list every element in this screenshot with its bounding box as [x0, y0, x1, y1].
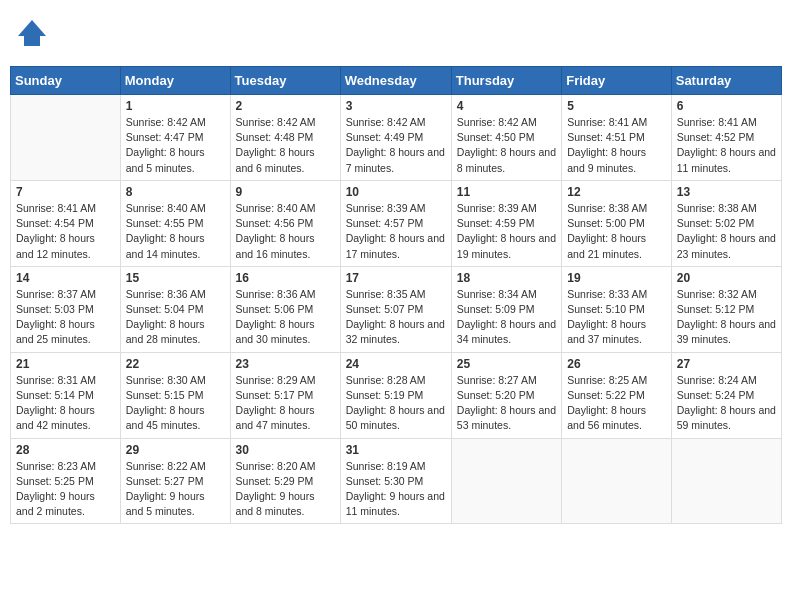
sunrise-text: Sunrise: 8:42 AM — [126, 116, 206, 128]
calendar-week-row: 1 Sunrise: 8:42 AM Sunset: 4:47 PM Dayli… — [11, 95, 782, 181]
sunrise-text: Sunrise: 8:36 AM — [236, 288, 316, 300]
day-of-week-header: Thursday — [451, 67, 561, 95]
sunrise-text: Sunrise: 8:41 AM — [677, 116, 757, 128]
day-number: 5 — [567, 99, 666, 113]
calendar-day-cell: 17 Sunrise: 8:35 AM Sunset: 5:07 PM Dayl… — [340, 266, 451, 352]
calendar-day-cell: 19 Sunrise: 8:33 AM Sunset: 5:10 PM Dayl… — [562, 266, 672, 352]
day-number: 25 — [457, 357, 556, 371]
daylight-text: Daylight: 8 hours and 17 minutes. — [346, 232, 445, 259]
sunset-text: Sunset: 4:56 PM — [236, 217, 314, 229]
day-info: Sunrise: 8:29 AM Sunset: 5:17 PM Dayligh… — [236, 373, 335, 434]
day-info: Sunrise: 8:36 AM Sunset: 5:04 PM Dayligh… — [126, 287, 225, 348]
sunrise-text: Sunrise: 8:38 AM — [567, 202, 647, 214]
day-info: Sunrise: 8:35 AM Sunset: 5:07 PM Dayligh… — [346, 287, 446, 348]
sunrise-text: Sunrise: 8:42 AM — [346, 116, 426, 128]
calendar-header-row: SundayMondayTuesdayWednesdayThursdayFrid… — [11, 67, 782, 95]
day-info: Sunrise: 8:42 AM Sunset: 4:50 PM Dayligh… — [457, 115, 556, 176]
calendar-day-cell: 2 Sunrise: 8:42 AM Sunset: 4:48 PM Dayli… — [230, 95, 340, 181]
day-info: Sunrise: 8:30 AM Sunset: 5:15 PM Dayligh… — [126, 373, 225, 434]
day-number: 14 — [16, 271, 115, 285]
sunset-text: Sunset: 5:04 PM — [126, 303, 204, 315]
calendar-day-cell: 28 Sunrise: 8:23 AM Sunset: 5:25 PM Dayl… — [11, 438, 121, 524]
day-number: 11 — [457, 185, 556, 199]
sunrise-text: Sunrise: 8:39 AM — [346, 202, 426, 214]
calendar-day-cell: 11 Sunrise: 8:39 AM Sunset: 4:59 PM Dayl… — [451, 180, 561, 266]
day-number: 19 — [567, 271, 666, 285]
day-info: Sunrise: 8:36 AM Sunset: 5:06 PM Dayligh… — [236, 287, 335, 348]
daylight-text: Daylight: 8 hours and 19 minutes. — [457, 232, 556, 259]
sunrise-text: Sunrise: 8:40 AM — [126, 202, 206, 214]
daylight-text: Daylight: 8 hours and 42 minutes. — [16, 404, 95, 431]
sunset-text: Sunset: 5:20 PM — [457, 389, 535, 401]
day-of-week-header: Saturday — [671, 67, 781, 95]
daylight-text: Daylight: 8 hours and 25 minutes. — [16, 318, 95, 345]
day-of-week-header: Sunday — [11, 67, 121, 95]
calendar-day-cell: 6 Sunrise: 8:41 AM Sunset: 4:52 PM Dayli… — [671, 95, 781, 181]
day-info: Sunrise: 8:42 AM Sunset: 4:47 PM Dayligh… — [126, 115, 225, 176]
day-info: Sunrise: 8:22 AM Sunset: 5:27 PM Dayligh… — [126, 459, 225, 520]
sunset-text: Sunset: 4:48 PM — [236, 131, 314, 143]
sunset-text: Sunset: 4:51 PM — [567, 131, 645, 143]
daylight-text: Daylight: 9 hours and 5 minutes. — [126, 490, 205, 517]
sunset-text: Sunset: 5:19 PM — [346, 389, 424, 401]
day-info: Sunrise: 8:42 AM Sunset: 4:48 PM Dayligh… — [236, 115, 335, 176]
logo — [14, 16, 54, 52]
calendar-day-cell: 14 Sunrise: 8:37 AM Sunset: 5:03 PM Dayl… — [11, 266, 121, 352]
day-number: 8 — [126, 185, 225, 199]
day-number: 17 — [346, 271, 446, 285]
day-info: Sunrise: 8:31 AM Sunset: 5:14 PM Dayligh… — [16, 373, 115, 434]
day-number: 13 — [677, 185, 776, 199]
calendar-day-cell — [11, 95, 121, 181]
sunrise-text: Sunrise: 8:36 AM — [126, 288, 206, 300]
day-number: 22 — [126, 357, 225, 371]
day-number: 23 — [236, 357, 335, 371]
daylight-text: Daylight: 8 hours and 12 minutes. — [16, 232, 95, 259]
calendar-day-cell — [671, 438, 781, 524]
sunset-text: Sunset: 5:24 PM — [677, 389, 755, 401]
calendar-day-cell: 3 Sunrise: 8:42 AM Sunset: 4:49 PM Dayli… — [340, 95, 451, 181]
daylight-text: Daylight: 8 hours and 53 minutes. — [457, 404, 556, 431]
day-number: 20 — [677, 271, 776, 285]
svg-marker-0 — [18, 20, 46, 36]
day-info: Sunrise: 8:38 AM Sunset: 5:00 PM Dayligh… — [567, 201, 666, 262]
sunset-text: Sunset: 5:09 PM — [457, 303, 535, 315]
calendar-day-cell: 26 Sunrise: 8:25 AM Sunset: 5:22 PM Dayl… — [562, 352, 672, 438]
calendar-week-row: 14 Sunrise: 8:37 AM Sunset: 5:03 PM Dayl… — [11, 266, 782, 352]
calendar-day-cell: 18 Sunrise: 8:34 AM Sunset: 5:09 PM Dayl… — [451, 266, 561, 352]
sunset-text: Sunset: 5:29 PM — [236, 475, 314, 487]
sunrise-text: Sunrise: 8:25 AM — [567, 374, 647, 386]
sunrise-text: Sunrise: 8:42 AM — [236, 116, 316, 128]
sunset-text: Sunset: 5:22 PM — [567, 389, 645, 401]
calendar-day-cell: 12 Sunrise: 8:38 AM Sunset: 5:00 PM Dayl… — [562, 180, 672, 266]
daylight-text: Daylight: 8 hours and 59 minutes. — [677, 404, 776, 431]
calendar-day-cell: 20 Sunrise: 8:32 AM Sunset: 5:12 PM Dayl… — [671, 266, 781, 352]
day-number: 18 — [457, 271, 556, 285]
day-of-week-header: Friday — [562, 67, 672, 95]
sunrise-text: Sunrise: 8:37 AM — [16, 288, 96, 300]
calendar-day-cell: 25 Sunrise: 8:27 AM Sunset: 5:20 PM Dayl… — [451, 352, 561, 438]
day-number: 6 — [677, 99, 776, 113]
calendar-day-cell: 10 Sunrise: 8:39 AM Sunset: 4:57 PM Dayl… — [340, 180, 451, 266]
daylight-text: Daylight: 8 hours and 9 minutes. — [567, 146, 646, 173]
sunrise-text: Sunrise: 8:41 AM — [567, 116, 647, 128]
day-info: Sunrise: 8:39 AM Sunset: 4:59 PM Dayligh… — [457, 201, 556, 262]
sunrise-text: Sunrise: 8:29 AM — [236, 374, 316, 386]
day-number: 28 — [16, 443, 115, 457]
sunset-text: Sunset: 5:25 PM — [16, 475, 94, 487]
day-number: 29 — [126, 443, 225, 457]
sunrise-text: Sunrise: 8:20 AM — [236, 460, 316, 472]
day-info: Sunrise: 8:41 AM Sunset: 4:51 PM Dayligh… — [567, 115, 666, 176]
calendar-day-cell: 21 Sunrise: 8:31 AM Sunset: 5:14 PM Dayl… — [11, 352, 121, 438]
daylight-text: Daylight: 8 hours and 28 minutes. — [126, 318, 205, 345]
day-number: 4 — [457, 99, 556, 113]
sunset-text: Sunset: 4:47 PM — [126, 131, 204, 143]
calendar-day-cell: 5 Sunrise: 8:41 AM Sunset: 4:51 PM Dayli… — [562, 95, 672, 181]
sunset-text: Sunset: 5:27 PM — [126, 475, 204, 487]
day-number: 15 — [126, 271, 225, 285]
calendar-body: 1 Sunrise: 8:42 AM Sunset: 4:47 PM Dayli… — [11, 95, 782, 524]
sunset-text: Sunset: 5:00 PM — [567, 217, 645, 229]
sunset-text: Sunset: 5:14 PM — [16, 389, 94, 401]
daylight-text: Daylight: 8 hours and 21 minutes. — [567, 232, 646, 259]
sunrise-text: Sunrise: 8:39 AM — [457, 202, 537, 214]
sunrise-text: Sunrise: 8:28 AM — [346, 374, 426, 386]
